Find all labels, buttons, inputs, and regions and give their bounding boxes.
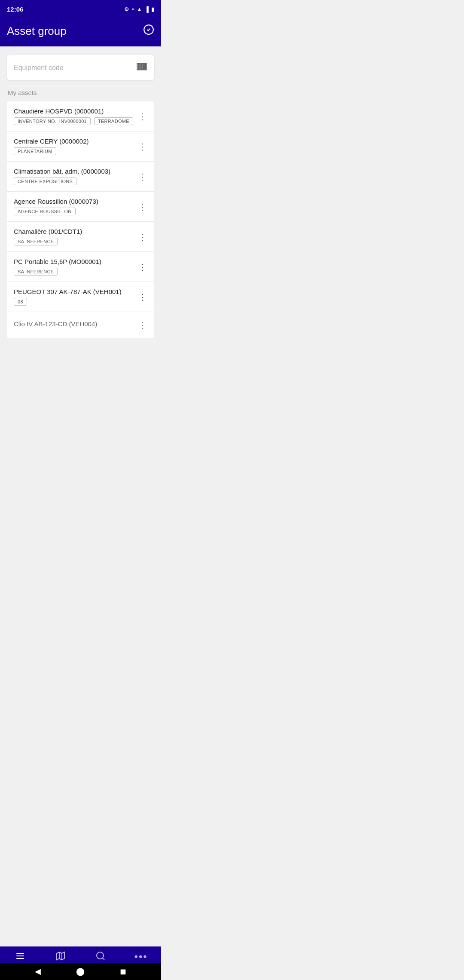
asset-name: Chamalière (001/CDT1)	[14, 228, 133, 235]
svg-rect-8	[146, 63, 147, 70]
item-more-button[interactable]: ⋮	[133, 260, 147, 274]
asset-tags: SA INFERENCE	[14, 268, 133, 276]
asset-name: Climatisation bât. adm. (0000003)	[14, 168, 133, 175]
settings-icon: ⚙	[124, 6, 129, 12]
asset-tag: SA INFERENCE	[14, 268, 58, 276]
asset-info: Chamalière (001/CDT1) SA INFERENCE	[14, 228, 133, 245]
svg-rect-4	[141, 63, 141, 70]
item-more-button[interactable]: ⋮	[133, 170, 147, 184]
item-more-button[interactable]: ⋮	[133, 318, 147, 332]
barcode-icon[interactable]	[136, 61, 147, 74]
svg-rect-6	[143, 63, 144, 70]
header: Asset group	[0, 17, 161, 46]
svg-rect-5	[142, 63, 143, 70]
equipment-code-input[interactable]: Equipment code	[7, 55, 154, 80]
list-item[interactable]: Agence Roussillon (0000073) AGENCE ROUSS…	[7, 192, 154, 222]
asset-info: PEUGEOT 307 AK-787-AK (VEH001) 08	[14, 288, 133, 306]
list-item[interactable]: PC Portable 15,6P (MO00001) SA INFERENCE…	[7, 252, 154, 282]
asset-name: Chaudière HOSPVD (0000001)	[14, 107, 133, 115]
status-time: 12:06	[7, 6, 23, 13]
asset-tag: INVENTORY NO.: INV0000001	[14, 117, 91, 125]
asset-name: PEUGEOT 307 AK-787-AK (VEH001)	[14, 288, 133, 295]
asset-name: Centrale CERY (0000002)	[14, 138, 133, 145]
equipment-code-placeholder: Equipment code	[14, 64, 64, 72]
asset-tag: AGENCE ROUSSILLON	[14, 208, 76, 215]
asset-tags: INVENTORY NO.: INV0000001 TERRADOME	[14, 117, 133, 125]
asset-tag: PLANÉTARIUM	[14, 147, 56, 155]
asset-info: Clio IV AB-123-CD (VEH004)	[14, 320, 133, 330]
svg-rect-1	[137, 63, 138, 70]
asset-info: PC Portable 15,6P (MO00001) SA INFERENCE	[14, 258, 133, 276]
item-more-button[interactable]: ⋮	[133, 140, 147, 153]
asset-tag: CENTRE EXPOSITIONS	[14, 178, 76, 185]
battery-icon: ▮	[151, 6, 154, 12]
list-item[interactable]: Centrale CERY (0000002) PLANÉTARIUM ⋮	[7, 132, 154, 162]
list-item[interactable]: Clio IV AB-123-CD (VEH004) ⋮	[7, 312, 154, 338]
item-more-button[interactable]: ⋮	[133, 200, 147, 214]
item-more-button[interactable]: ⋮	[133, 110, 147, 123]
asset-tags: SA INFERENCE	[14, 238, 133, 245]
my-assets-label: My assets	[7, 89, 154, 96]
asset-tag: 08	[14, 298, 27, 306]
item-more-button[interactable]: ⋮	[133, 230, 147, 244]
notification-dot: •	[132, 6, 134, 12]
asset-tags: CENTRE EXPOSITIONS	[14, 178, 133, 185]
list-item[interactable]: Chaudière HOSPVD (0000001) INVENTORY NO.…	[7, 101, 154, 132]
svg-rect-3	[140, 63, 140, 70]
asset-info: Agence Roussillon (0000073) AGENCE ROUSS…	[14, 198, 133, 215]
svg-rect-7	[145, 63, 146, 70]
signal-icon: ▐	[145, 6, 149, 12]
status-icons: ⚙ • ▲ ▐ ▮	[124, 6, 154, 12]
list-item[interactable]: Chamalière (001/CDT1) SA INFERENCE ⋮	[7, 222, 154, 252]
asset-tag: TERRADOME	[94, 117, 133, 125]
list-item[interactable]: Climatisation bât. adm. (0000003) CENTRE…	[7, 162, 154, 192]
asset-info: Chaudière HOSPVD (0000001) INVENTORY NO.…	[14, 107, 133, 125]
asset-tags: AGENCE ROUSSILLON	[14, 208, 133, 215]
status-bar: 12:06 ⚙ • ▲ ▐ ▮	[0, 0, 161, 17]
asset-info: Centrale CERY (0000002) PLANÉTARIUM	[14, 138, 133, 155]
asset-tags: PLANÉTARIUM	[14, 147, 133, 155]
item-more-button[interactable]: ⋮	[133, 290, 147, 304]
wifi-icon: ▲	[137, 6, 142, 12]
asset-list: Chaudière HOSPVD (0000001) INVENTORY NO.…	[7, 101, 154, 338]
svg-rect-2	[138, 63, 139, 70]
asset-tag: SA INFERENCE	[14, 238, 58, 245]
asset-info: Climatisation bât. adm. (0000003) CENTRE…	[14, 168, 133, 185]
asset-tags: 08	[14, 298, 133, 306]
page-title: Asset group	[7, 24, 67, 38]
list-item[interactable]: PEUGEOT 307 AK-787-AK (VEH001) 08 ⋮	[7, 282, 154, 312]
main-content: Equipment code My assets Chaudière HOSPV…	[0, 46, 161, 398]
check-circle-icon[interactable]	[143, 24, 154, 38]
asset-name: Agence Roussillon (0000073)	[14, 198, 133, 205]
asset-name: Clio IV AB-123-CD (VEH004)	[14, 320, 133, 328]
asset-name: PC Portable 15,6P (MO00001)	[14, 258, 133, 265]
